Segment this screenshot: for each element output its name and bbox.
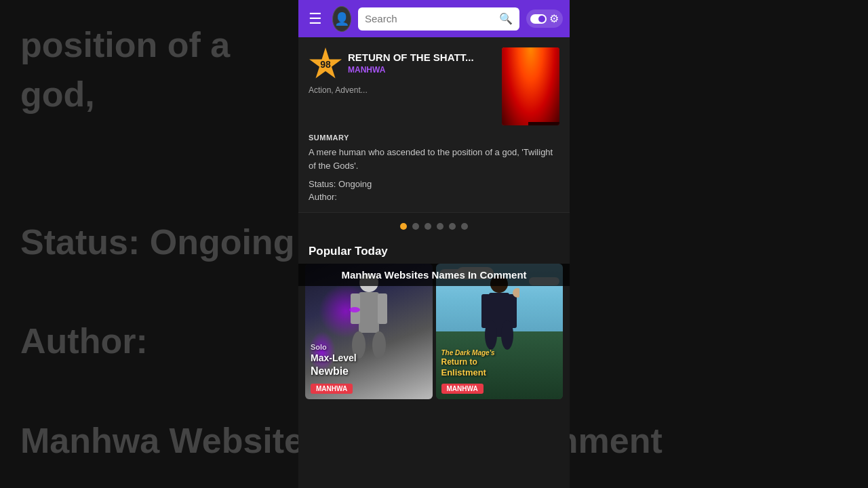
status-text: Status: Ongoing [309, 179, 559, 189]
header: ☰ 👤 🔍 ⚙ [298, 0, 570, 37]
dot-5[interactable] [449, 223, 456, 230]
search-bar: 🔍 [358, 7, 519, 30]
card2-badge: MANHWA [441, 384, 484, 394]
summary-text: A mere human who ascended to the positio… [309, 146, 559, 172]
featured-top: 98 RETURN OF THE SHATT... MANHWA Action,… [309, 47, 559, 125]
manga-type: MANHWA [348, 65, 474, 75]
content-area: 98 RETURN OF THE SHATT... MANHWA Action,… [298, 37, 570, 488]
search-icon: 🔍 [499, 12, 513, 25]
card2-title: The Dark Mage's Return to Enlistment [441, 348, 558, 379]
star-rating-icon: 98 [309, 47, 342, 81]
search-input[interactable] [365, 13, 494, 24]
featured-card[interactable]: 98 RETURN OF THE SHATT... MANHWA Action,… [298, 37, 570, 213]
background-text-left: position of a god, Status: Ongoing Autho… [20, 0, 305, 488]
dot-3[interactable] [425, 223, 431, 230]
summary-label: SUMMARY [309, 134, 559, 142]
svg-rect-4 [359, 292, 379, 333]
popular-today-title: Popular Today [298, 237, 570, 264]
gear-icon: ⚙ [549, 12, 559, 25]
manga-grid: Manhwa Websites Names In Comment [298, 264, 570, 406]
dot-2[interactable] [412, 223, 419, 230]
card1-title: Solo Max-Level Newbie [311, 342, 427, 379]
featured-cover [502, 47, 559, 125]
svg-point-9 [349, 307, 360, 312]
svg-point-15 [485, 320, 497, 350]
svg-rect-0 [528, 122, 560, 125]
app-container: ☰ 👤 🔍 ⚙ 98 RETURN OF [298, 0, 570, 488]
svg-rect-6 [378, 293, 387, 324]
author-text: Author: [309, 192, 559, 202]
dot-1[interactable] [400, 223, 407, 230]
overlay-banner: Manhwa Websites Names In Comment [298, 264, 570, 286]
manga-title: RETURN OF THE SHATT... [348, 52, 474, 63]
featured-info: 98 RETURN OF THE SHATT... MANHWA Action,… [309, 47, 492, 125]
card1-badge: MANHWA [311, 384, 353, 394]
avatar-icon: 👤 [334, 12, 349, 26]
rating-number: 98 [320, 59, 331, 70]
hamburger-menu-button[interactable]: ☰ [305, 7, 326, 31]
dot-6[interactable] [461, 223, 468, 230]
rating-container: 98 RETURN OF THE SHATT... MANHWA [309, 47, 492, 81]
settings-toggle[interactable]: ⚙ [526, 9, 563, 28]
svg-point-16 [501, 320, 513, 350]
cover-background [502, 47, 559, 125]
pagination-dots [298, 213, 570, 237]
toggle-switch[interactable] [530, 14, 547, 24]
avatar[interactable]: 👤 [332, 6, 351, 32]
dot-4[interactable] [437, 223, 443, 230]
manga-genres: Action, Advent... [309, 85, 492, 95]
